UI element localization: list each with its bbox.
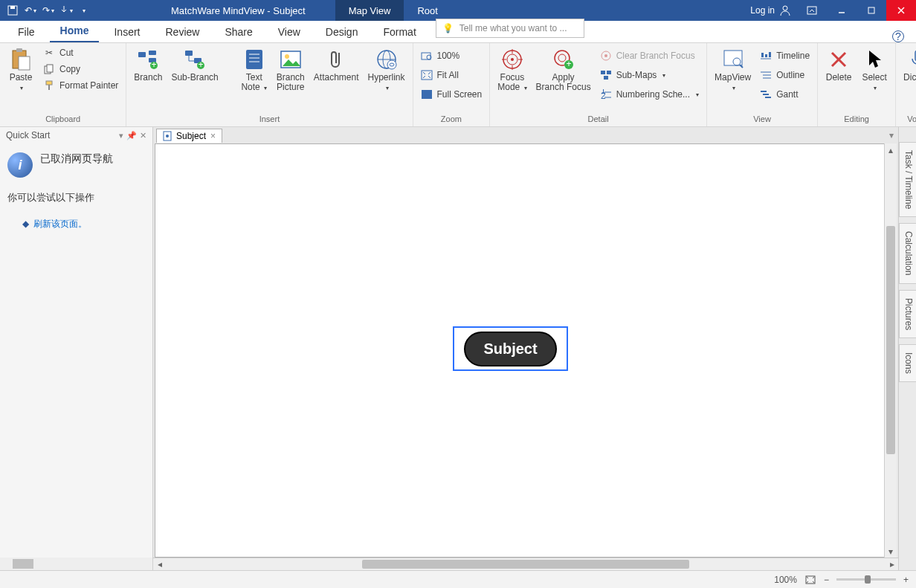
scroll-up-icon[interactable]: ▴ [885,143,897,156]
delete-button[interactable]: Delete [822,45,855,85]
clear-branch-focus-button[interactable]: Clear Branch Focus [597,48,702,63]
ribbon-display-icon[interactable] [797,0,827,21]
outline-button[interactable]: Outline [757,68,813,83]
target-clear-icon [600,50,612,62]
touch-mode-icon[interactable]: ▾ [58,2,74,19]
text-note-button[interactable]: Text Note ▾ [238,45,271,95]
timeline-button[interactable]: Timeline [757,48,813,63]
document-tab[interactable]: Subject × [156,129,222,143]
redo-icon[interactable]: ↷▾ [40,2,57,19]
svg-rect-16 [149,51,156,55]
panel-options-icon[interactable]: ▾ [119,131,123,140]
tab-file[interactable]: File [7,23,45,42]
maximize-button[interactable] [857,0,886,21]
branch-picture-button[interactable]: Branch Picture [274,45,308,94]
mapview-icon [721,48,745,71]
side-tab-task-timeline[interactable]: Task / Timeline [899,142,916,217]
zoom-level[interactable]: 100% [774,575,797,585]
cut-button[interactable]: ✂Cut [40,45,121,60]
numbering-scheme-button[interactable]: 12Numbering Sche...▾ [597,87,702,102]
close-button[interactable] [886,0,916,21]
login-button[interactable]: Log in [744,4,797,16]
zoom-in-icon[interactable]: + [903,575,909,585]
paste-button[interactable]: Paste▾ [4,45,37,95]
minimize-button[interactable] [827,0,857,21]
mindmap-canvas[interactable]: Subject [155,143,897,558]
close-tab-icon[interactable]: × [210,131,216,141]
scroll-left-icon[interactable]: ◂ [153,558,166,570]
svg-text:+: + [199,59,204,70]
group-insert: Insert [131,113,407,125]
pin-icon[interactable]: 📌 [126,131,137,140]
tell-me-search[interactable]: 💡Tell me what you want to ... [436,19,584,38]
root-node-selection[interactable]: Subject [453,326,568,371]
qat-customize-icon[interactable]: ▾ [76,2,92,19]
bullet-icon: ◆ [22,219,29,229]
tab-format[interactable]: Format [372,23,426,42]
tab-share[interactable]: Share [214,23,262,42]
sub-maps-button[interactable]: Sub-Maps▾ [597,68,702,83]
info-icon: i [7,152,33,178]
scroll-right-icon[interactable]: ▸ [886,558,898,570]
qs-h-scrollbar[interactable] [0,558,152,570]
scissors-icon: ✂ [43,47,55,59]
mapview-button[interactable]: MapView▾ [712,45,754,95]
focus-mode-button[interactable]: Focus Mode ▾ [494,45,529,95]
save-icon[interactable] [4,2,21,19]
target-plus-icon: + [552,48,575,71]
zoom-out-icon[interactable]: − [824,575,829,585]
gantt-button[interactable]: Gantt [757,87,813,102]
format-painter-button[interactable]: Format Painter [40,78,121,93]
tab-map-view[interactable]: Map View [335,0,404,21]
svg-point-2 [783,6,787,10]
svg-rect-68 [761,91,767,92]
side-tab-calculation[interactable]: Calculation [899,223,916,283]
tab-view[interactable]: View [268,23,311,42]
scroll-down-icon[interactable]: ▾ [885,545,897,558]
brush-icon [43,80,55,91]
fit-page-icon[interactable] [804,575,816,585]
copy-button[interactable]: Copy [40,62,121,77]
zoom-100-button[interactable]: 100% [418,48,486,63]
apply-branch-focus-button[interactable]: +Apply Branch Focus [533,45,594,94]
hyperlink-button[interactable]: Hyperlink▾ [365,45,408,95]
help-icon[interactable]: ? [892,30,904,42]
quick-start-panel: Quick Start ▾ 📌 ✕ i 已取消网页导航 你可以尝试以下操作 ◆刷… [0,127,153,570]
h-scrollbar[interactable]: ◂▸ [153,558,898,570]
dictate-button[interactable]: Dictate▾ [900,45,916,95]
svg-rect-3 [807,7,816,14]
close-panel-icon[interactable]: ✕ [140,131,146,140]
select-button[interactable]: Select▾ [858,45,891,95]
side-tab-pictures[interactable]: Pictures [899,290,916,338]
tab-insert[interactable]: Insert [103,23,150,42]
title-bar: ↶▾ ↷▾ ▾ ▾ MatchWare MindView - Subject M… [0,0,916,21]
svg-rect-14 [48,85,50,90]
root-node[interactable]: Subject [464,332,556,366]
undo-icon[interactable]: ↶▾ [22,2,39,19]
tab-design[interactable]: Design [315,23,369,42]
sub-branch-button[interactable]: +Sub-Branch [168,45,221,85]
zoom-slider[interactable] [836,578,896,581]
full-screen-button[interactable]: Full Screen [418,87,486,102]
svg-rect-24 [246,50,262,69]
group-detail: Detail [494,113,702,125]
svg-point-76 [166,135,169,138]
fit-all-button[interactable]: Fit All [418,68,486,83]
tab-root[interactable]: Root [404,0,451,21]
canvas-area: Subject × ▾ Subject ▴▾ ◂▸ [153,127,898,570]
tab-home[interactable]: Home [50,22,100,42]
tab-options-icon[interactable]: ▾ [889,130,894,140]
v-scrollbar[interactable]: ▴▾ [884,143,897,558]
svg-rect-37 [422,90,432,99]
globe-icon [375,48,399,71]
fit-all-icon [421,69,433,81]
tab-review[interactable]: Review [155,23,210,42]
branch-button[interactable]: +Branch [131,45,165,85]
svg-rect-13 [46,81,52,85]
side-tab-icons[interactable]: Icons [899,344,916,382]
svg-rect-36 [422,71,432,80]
svg-rect-15 [138,52,146,57]
gantt-icon [760,88,772,100]
attachment-button[interactable]: Attachment [311,45,362,85]
refresh-link[interactable]: 刷新该页面。 [33,219,87,229]
